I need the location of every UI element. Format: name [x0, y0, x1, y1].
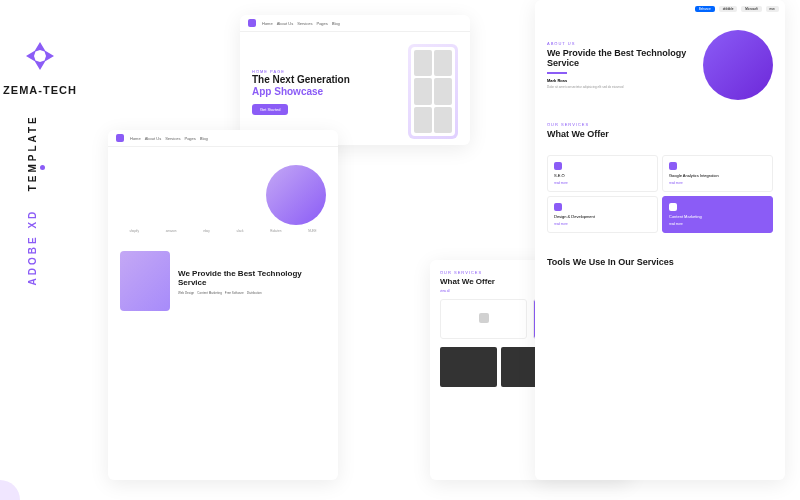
- partner-badges: Behance dribbble Microsoft mvc: [535, 0, 785, 18]
- about-image: [120, 251, 170, 311]
- brand-text: ZEMA-TECH: [3, 84, 77, 96]
- offer-card[interactable]: Google Analytics Integrationread more: [662, 155, 773, 192]
- service-card[interactable]: [440, 299, 527, 339]
- sidebar: ZEMA-TECH ADOBE XD TEMPLATE: [0, 0, 80, 500]
- hero-title: The Next GenerationApp Showcase: [252, 74, 398, 98]
- service-icon: [479, 313, 489, 323]
- cta-button[interactable]: Get Started: [252, 104, 288, 115]
- mockup-homepage: HomeAbout UsServicesPagesBlog shopifyama…: [108, 130, 338, 480]
- mockup-canvas: HomeAbout UsServicesPagesBlog HOME PAGE …: [90, 0, 800, 500]
- tools-section: Tools We Use In Our Services: [535, 243, 785, 279]
- nav-bar: HomeAbout UsServicesPagesBlog: [240, 15, 470, 32]
- nav-logo-icon: [248, 19, 256, 27]
- mockup-services-page: Behance dribbble Microsoft mvc ABOUT US …: [535, 0, 785, 480]
- nav-items[interactable]: HomeAbout UsServicesPagesBlog: [130, 136, 208, 141]
- service-tags: Web DesignContent MarketingFree Software…: [178, 291, 326, 295]
- author-name: Mark Ross: [547, 78, 693, 83]
- design-icon: [554, 203, 562, 211]
- offer-card[interactable]: Design & Developmentread more: [547, 196, 658, 233]
- offer-card[interactable]: S.E.Oread more: [547, 155, 658, 192]
- hero-person-image: [266, 165, 326, 225]
- about-section: We Provide the Best Technology Service W…: [108, 241, 338, 321]
- marketing-icon: [669, 203, 677, 211]
- mockup-app-showcase: HomeAbout UsServicesPagesBlog HOME PAGE …: [240, 15, 470, 145]
- tools-title: Tools We Use In Our Services: [547, 257, 773, 267]
- seo-icon: [554, 162, 562, 170]
- accent-dot: [40, 165, 45, 170]
- offer-label: OUR SERVICES: [547, 122, 773, 127]
- vertical-label: ADOBE XD TEMPLATE: [27, 114, 38, 285]
- nav-logo-icon: [116, 134, 124, 142]
- offer-grid: S.E.Oread more Google Analytics Integrat…: [535, 155, 785, 233]
- analytics-icon: [669, 162, 677, 170]
- about-label: ABOUT US: [547, 41, 693, 46]
- about-person-image: [703, 30, 773, 100]
- offer-card-active[interactable]: Content Marketingread more: [662, 196, 773, 233]
- nav-bar: HomeAbout UsServicesPagesBlog: [108, 130, 338, 147]
- underline-accent: [547, 72, 567, 74]
- nav-items[interactable]: HomeAbout UsServicesPagesBlog: [262, 21, 340, 26]
- logo-icon: [24, 40, 56, 72]
- about-title: We Provide the Best Technology Service: [547, 48, 693, 68]
- about-desc: Dolor sit amet consectetur adipisicing e…: [547, 85, 693, 89]
- phone-mockup: [408, 44, 458, 139]
- about-title: We Provide the Best Technology Service: [178, 269, 326, 287]
- offer-title: What We Offer: [547, 129, 773, 139]
- about-hero: ABOUT US We Provide the Best Technology …: [535, 18, 785, 112]
